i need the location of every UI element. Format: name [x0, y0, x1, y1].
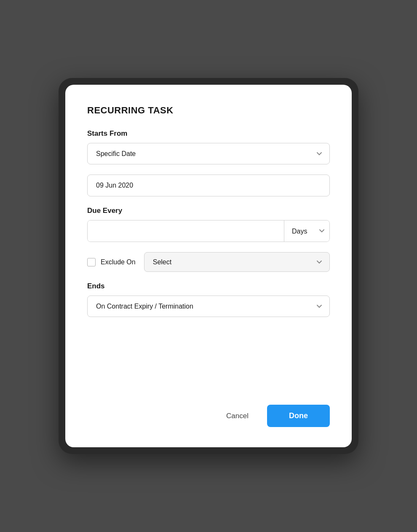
exclude-on-label: Exclude On — [101, 258, 136, 266]
ends-label: Ends — [87, 282, 330, 290]
button-row: Cancel Done — [87, 405, 330, 427]
date-section — [87, 175, 330, 196]
exclude-on-row: Exclude On Select Weekends Public Holida… — [87, 252, 330, 272]
starts-from-dropdown[interactable]: Specific Date Contract Start Date Today — [87, 143, 330, 164]
due-every-section: Due Every Days Weeks Months Years — [87, 207, 330, 242]
due-every-row: Days Weeks Months Years — [87, 220, 330, 242]
starts-from-section: Starts From Specific Date Contract Start… — [87, 129, 330, 164]
ends-section: Ends On Contract Expiry / Termination Ne… — [87, 282, 330, 317]
due-every-number-input[interactable] — [88, 220, 284, 242]
ends-dropdown[interactable]: On Contract Expiry / Termination Never O… — [87, 296, 330, 317]
exclude-on-dropdown[interactable]: Select Weekends Public Holidays — [144, 252, 330, 272]
exclude-on-checkbox[interactable] — [87, 258, 96, 266]
date-input[interactable] — [87, 175, 330, 196]
due-every-unit-dropdown[interactable]: Days Weeks Months Years — [284, 220, 329, 242]
modal-title: RECURRING TASK — [87, 105, 330, 116]
starts-from-label: Starts From — [87, 129, 330, 138]
modal-dialog: RECURRING TASK Starts From Specific Date… — [65, 85, 352, 447]
done-button[interactable]: Done — [267, 405, 330, 427]
cancel-button[interactable]: Cancel — [218, 406, 257, 426]
modal-wrapper: RECURRING TASK Starts From Specific Date… — [59, 78, 358, 454]
due-every-label: Due Every — [87, 207, 330, 215]
